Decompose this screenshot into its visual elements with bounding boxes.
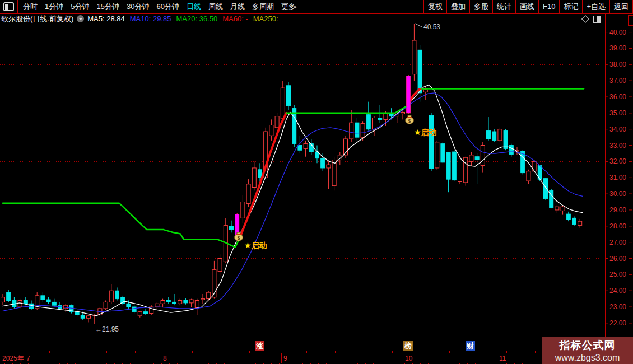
main-chart[interactable]: $★启动$★启动40.53←21.9522.0023.0024.0025.002… bbox=[0, 0, 633, 364]
signal-label: ★启动 bbox=[414, 128, 437, 137]
svg-text:36.00: 36.00 bbox=[609, 93, 626, 101]
chart-frame bbox=[0, 14, 633, 363]
svg-text:26.00: 26.00 bbox=[609, 255, 626, 263]
overlay-char: 涨 bbox=[255, 341, 264, 351]
svg-text:30.00: 30.00 bbox=[609, 190, 626, 198]
svg-text:22.00: 22.00 bbox=[609, 319, 626, 327]
svg-text:28.00: 28.00 bbox=[609, 222, 626, 230]
overlay-char: 财 bbox=[466, 341, 475, 351]
svg-text:7: 7 bbox=[26, 354, 30, 362]
svg-text:24.00: 24.00 bbox=[609, 287, 626, 295]
svg-text:39.00: 39.00 bbox=[609, 44, 626, 52]
money-bag-icon: $ bbox=[406, 115, 414, 124]
high-label: 40.53 bbox=[415, 23, 440, 31]
svg-text:2025年: 2025年 bbox=[2, 354, 24, 362]
price-axis: 22.0023.0024.0025.0026.0027.0028.0029.00… bbox=[605, 29, 632, 327]
watermark-title: 指标公式网 bbox=[542, 338, 633, 353]
svg-text:10: 10 bbox=[405, 354, 413, 362]
svg-text:←21.95: ←21.95 bbox=[95, 325, 119, 333]
svg-text:25.00: 25.00 bbox=[609, 270, 626, 278]
svg-text:11: 11 bbox=[499, 354, 506, 362]
svg-text:37.00: 37.00 bbox=[609, 77, 626, 85]
grid-lines bbox=[0, 32, 604, 323]
qidong-signal-1: $★启动 bbox=[235, 214, 267, 250]
svg-text:33.00: 33.00 bbox=[609, 142, 626, 150]
svg-text:35.00: 35.00 bbox=[609, 109, 626, 117]
svg-text:32.00: 32.00 bbox=[609, 157, 626, 165]
svg-text:31.00: 31.00 bbox=[609, 174, 626, 181]
overlay-char: 榜 bbox=[403, 341, 413, 351]
indicator-green-mid bbox=[286, 106, 407, 113]
watermark-box: 指标公式网 www.zbgs3.com bbox=[542, 337, 633, 364]
svg-text:$: $ bbox=[237, 235, 240, 241]
svg-text:38.00: 38.00 bbox=[609, 60, 626, 68]
trend-red-1 bbox=[239, 113, 286, 239]
signal-label: ★启动 bbox=[244, 241, 267, 250]
svg-text:$: $ bbox=[408, 118, 411, 124]
candles bbox=[1, 24, 582, 324]
svg-text:27.00: 27.00 bbox=[609, 239, 626, 246]
svg-text:9: 9 bbox=[283, 354, 287, 362]
svg-text:29.00: 29.00 bbox=[609, 206, 626, 214]
indicator-green-left bbox=[3, 203, 240, 248]
app-window: 分时1分钟5分钟15分钟30分钟60分钟日线周线月线多周期更多 > 复权叠加多股… bbox=[0, 0, 633, 364]
svg-text:40.53: 40.53 bbox=[423, 23, 440, 31]
svg-text:40.00: 40.00 bbox=[609, 29, 626, 36]
low-label: ←21.95 bbox=[95, 325, 119, 333]
svg-text:8: 8 bbox=[163, 354, 167, 362]
svg-text:34.00: 34.00 bbox=[609, 125, 626, 133]
watermark-url: www.zbgs3.com bbox=[542, 353, 633, 363]
svg-text:23.00: 23.00 bbox=[609, 303, 626, 311]
